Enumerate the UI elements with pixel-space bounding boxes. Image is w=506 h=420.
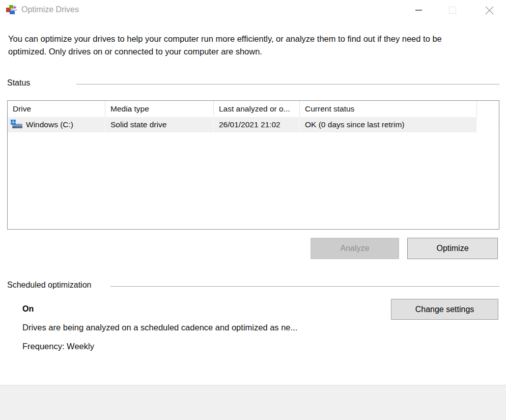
close-window-button[interactable]	[477, 0, 501, 20]
cell-media-type: Solid state drive	[105, 117, 214, 132]
optimize-drives-dialog: Optimize Drives You can optimize your dr…	[0, 0, 506, 420]
dialog-description: You can optimize your drives to help you…	[8, 33, 469, 58]
scheduled-state: On	[22, 304, 34, 314]
title-bar: Optimize Drives	[0, 0, 506, 20]
close-icon	[485, 6, 494, 15]
optimize-button[interactable]: Optimize	[407, 238, 498, 259]
maximize-button[interactable]	[441, 0, 464, 20]
column-header-media-type[interactable]: Media type	[105, 101, 214, 117]
analyze-button[interactable]: Analyze	[311, 238, 399, 259]
defrag-app-icon	[5, 4, 17, 16]
drive-list: Drive Media type Last analyzed or o... C…	[7, 100, 499, 230]
window-title: Optimize Drives	[21, 5, 79, 14]
cell-current-status: OK (0 days since last retrim)	[300, 117, 477, 132]
cell-last-analyzed: 26/01/2021 21:02	[214, 117, 300, 132]
column-header-drive[interactable]: Drive	[8, 101, 105, 117]
column-header-current-status[interactable]: Current status	[300, 101, 477, 117]
minimize-button[interactable]	[407, 0, 430, 20]
column-header-filler	[477, 101, 499, 117]
scheduled-section-divider	[110, 286, 499, 287]
scheduled-frequency: Frequency: Weekly	[22, 342, 94, 351]
table-row[interactable]: Windows (C:) Solid state drive 26/01/202…	[8, 117, 499, 132]
scheduled-description: Drives are being analyzed on a scheduled…	[22, 323, 297, 332]
cell-drive: Windows (C:)	[8, 117, 105, 132]
change-settings-button[interactable]: Change settings	[391, 299, 498, 320]
status-section-label: Status	[7, 78, 30, 88]
column-header-last-analyzed[interactable]: Last analyzed or o...	[214, 101, 300, 117]
cell-filler	[477, 117, 499, 132]
dialog-footer: Close	[0, 385, 506, 420]
status-section-divider	[76, 84, 499, 85]
scheduled-section-label: Scheduled optimization	[7, 281, 91, 290]
drive-icon	[11, 120, 23, 130]
drive-list-header: Drive Media type Last analyzed or o... C…	[8, 101, 499, 117]
maximize-icon	[449, 7, 456, 14]
drive-name: Windows (C:)	[26, 120, 73, 129]
minimize-icon	[415, 10, 422, 11]
